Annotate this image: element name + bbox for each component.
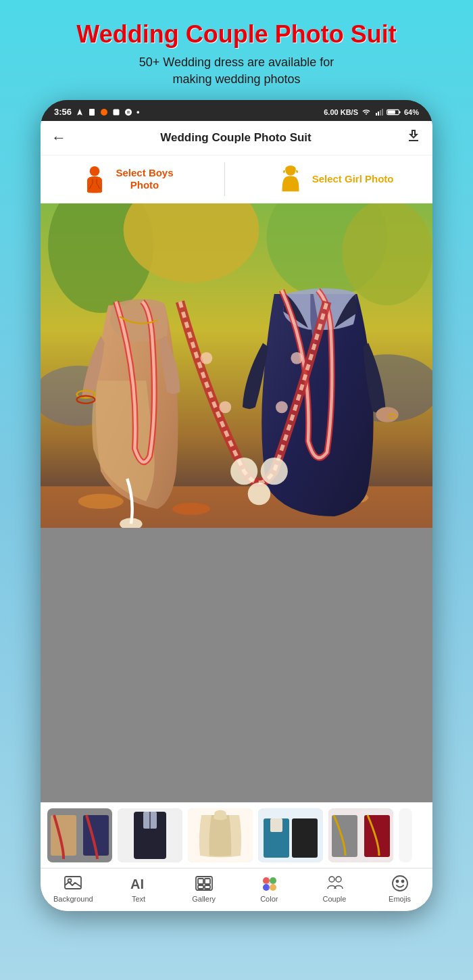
nav-item-couple[interactable]: Couple: [311, 874, 358, 903]
svg-rect-47: [270, 818, 282, 832]
nav-item-color[interactable]: Color: [245, 874, 293, 903]
svg-point-22: [172, 503, 210, 515]
back-button[interactable]: ←: [51, 129, 66, 147]
emoji-nav-icon: [391, 874, 409, 893]
svg-point-69: [401, 881, 403, 883]
svg-rect-0: [89, 109, 95, 116]
thumbnails-row: [41, 802, 432, 868]
svg-point-30: [248, 483, 270, 505]
nav-item-emojis[interactable]: Emojis: [376, 874, 424, 903]
svg-rect-3: [376, 113, 377, 116]
svg-point-67: [393, 876, 407, 891]
battery-percent: 64%: [404, 108, 419, 116]
app-icon-2: [112, 108, 120, 116]
nav-item-background[interactable]: Background: [49, 874, 97, 903]
thumbnail-5[interactable]: [328, 808, 393, 862]
svg-rect-55: [198, 879, 203, 884]
wifi-icon: [361, 108, 372, 116]
download-icon: [405, 128, 422, 144]
app-subtitle: 50+ Wedding dress are available for maki…: [139, 54, 334, 88]
svg-point-65: [329, 877, 334, 882]
svg-rect-8: [388, 110, 395, 114]
nav-item-text[interactable]: AI Text: [115, 874, 162, 903]
time: 3:56: [54, 107, 72, 117]
text-nav-icon: AI: [129, 874, 148, 893]
svg-point-68: [396, 881, 398, 883]
bottom-nav: Background AI Text Gallery: [41, 868, 432, 911]
download-button[interactable]: [405, 128, 422, 148]
svg-point-21: [78, 494, 124, 509]
thumb-svg-4: [258, 808, 323, 862]
svg-rect-56: [205, 879, 210, 884]
svg-rect-6: [382, 109, 383, 116]
thumbnail-3[interactable]: [188, 808, 253, 862]
network-speed: 6.00 KB/S: [324, 108, 358, 116]
nav-label-background: Background: [53, 895, 93, 903]
select-boy-label: Select Boys Photo: [116, 167, 174, 191]
thumbnail-4[interactable]: [258, 808, 323, 862]
svg-point-10: [89, 166, 99, 176]
svg-point-35: [276, 401, 288, 414]
svg-point-33: [219, 401, 231, 414]
svg-point-34: [291, 352, 303, 364]
app-icon-1: [100, 108, 108, 116]
svg-rect-9: [399, 111, 400, 113]
svg-point-62: [270, 884, 276, 891]
select-boy-section[interactable]: Select Boys Photo: [80, 164, 174, 194]
svg-rect-57: [198, 885, 203, 889]
couple-scene-svg: [41, 203, 432, 528]
color-nav-icon: [259, 874, 278, 893]
nav-item-gallery[interactable]: Gallery: [180, 874, 228, 903]
svg-rect-2: [114, 109, 120, 115]
girl-avatar-icon: [276, 164, 305, 194]
nav-label-text: Text: [132, 895, 145, 903]
svg-rect-58: [205, 885, 210, 889]
background-nav-icon: [64, 874, 82, 893]
battery-icon: [387, 108, 401, 116]
svg-point-31: [261, 458, 288, 485]
select-girl-section[interactable]: Select Girl Photo: [276, 164, 394, 194]
svg-point-32: [200, 352, 212, 364]
phone-frame: 3:56 • 6.00 KB/S: [41, 100, 432, 911]
divider: [224, 162, 225, 196]
nav-label-emojis: Emojis: [389, 895, 411, 903]
thumbnail-more[interactable]: [399, 808, 412, 862]
svg-rect-50: [364, 815, 390, 857]
svg-point-29: [230, 458, 257, 485]
thumb-svg-2: [118, 808, 182, 862]
svg-point-1: [101, 109, 107, 116]
couple-nav-icon: [325, 874, 344, 893]
svg-rect-46: [292, 818, 318, 858]
nav-label-couple: Couple: [323, 895, 347, 903]
status-right: 6.00 KB/S 64%: [324, 108, 419, 116]
top-bar: ← Wedding Couple Photo Suit: [41, 121, 432, 155]
signal-icon: [374, 108, 384, 116]
svg-rect-11: [90, 177, 91, 178]
phone-screen: ← Wedding Couple Photo Suit Select Boys: [41, 121, 432, 911]
nav-label-gallery: Gallery: [192, 895, 216, 903]
select-girl-label: Select Girl Photo: [312, 173, 394, 185]
status-bar: 3:56 • 6.00 KB/S: [41, 100, 432, 121]
nav-label-color: Color: [260, 895, 278, 903]
thumb-svg-5: [328, 808, 393, 862]
boy-avatar-icon: [80, 164, 109, 194]
thumb-svg-1: [47, 808, 112, 862]
svg-point-17: [342, 203, 432, 305]
main-image-area: [41, 203, 432, 802]
gallery-nav-icon: [195, 874, 214, 893]
thumbnail-2[interactable]: [118, 808, 182, 862]
location-icon: [76, 108, 84, 116]
thumb-svg-3: [188, 808, 253, 862]
svg-rect-4: [378, 112, 379, 116]
sim-icon: [88, 108, 96, 116]
status-left: 3:56 •: [54, 107, 140, 117]
thumbnail-1[interactable]: [47, 808, 112, 862]
svg-rect-5: [380, 110, 381, 116]
app-title: Wedding Couple Photo Suit: [76, 20, 396, 49]
app-icon-3: [124, 108, 132, 116]
dot-indicator: •: [136, 107, 140, 117]
svg-text:AI: AI: [130, 877, 144, 891]
select-row: Select Boys Photo Select Girl Photo: [41, 155, 432, 203]
svg-point-66: [336, 877, 341, 882]
screen-title: Wedding Couple Photo Suit: [160, 131, 312, 145]
